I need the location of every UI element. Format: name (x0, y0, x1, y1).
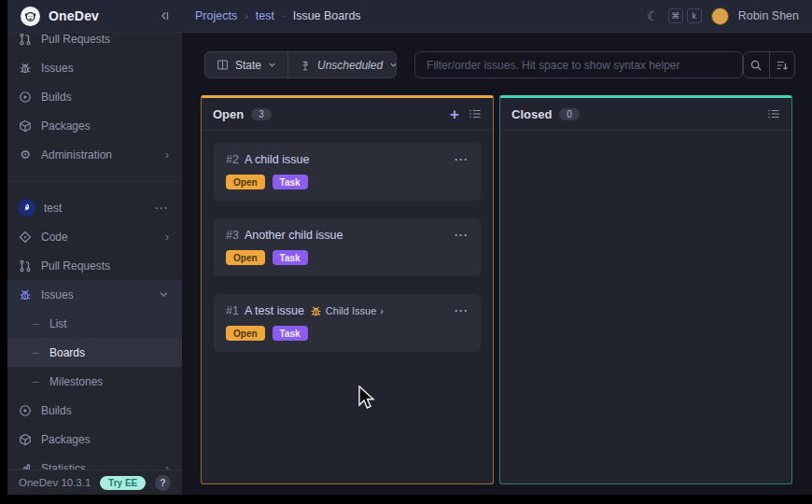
sidebar-item-issues-list[interactable]: – List (7, 309, 182, 338)
package-cube-icon (18, 433, 33, 446)
milestone-dropdown[interactable]: Unscheduled (287, 52, 397, 77)
gear-icon: ⚙ (18, 147, 33, 161)
help-icon[interactable]: ? (155, 475, 171, 491)
issue-title-link[interactable]: Another child issue (245, 229, 343, 242)
issue-card[interactable]: #2 A child issue ··· Open Task (214, 143, 481, 201)
query-actions-group (743, 51, 795, 78)
issue-card[interactable]: #3 Another child issue ··· Open Task (214, 218, 481, 276)
board-state-label: State (235, 59, 261, 72)
type-badge: Task (273, 326, 308, 341)
topbar-right: ☾ ⌘ k Robin Shen (647, 7, 812, 25)
breadcrumb-current-page: Issue Boards (293, 9, 361, 22)
board-state-dropdown[interactable]: State (205, 52, 287, 77)
sub-item-dash: – (30, 346, 41, 359)
sidebar-collapse-icon[interactable] (158, 9, 171, 22)
user-name[interactable]: Robin Shen (738, 9, 799, 22)
card-menu-icon[interactable]: ··· (455, 304, 469, 317)
chevron-right-icon: › (165, 147, 169, 161)
version-text: OneDev 10.3.1 (19, 477, 91, 488)
sidebar-item-label: Issues (41, 62, 74, 75)
column-list-icon[interactable] (469, 107, 482, 120)
sidebar-item-label: Builds (41, 91, 72, 104)
sidebar-item-issues-milestones[interactable]: – Milestones (7, 367, 182, 396)
sidebar-item-code[interactable]: Code › (7, 222, 182, 251)
chevron-right-icon: › (380, 305, 384, 316)
column-cards (500, 131, 791, 155)
sidebar-item-label: Boards (49, 346, 85, 359)
sidebar-item-builds[interactable]: Builds (7, 82, 182, 111)
search-icon[interactable] (744, 52, 769, 77)
pull-request-icon (18, 259, 33, 273)
column-list-icon[interactable] (767, 107, 780, 120)
sidebar-item-label: Packages (41, 119, 91, 133)
breadcrumb-project-link[interactable]: test (256, 9, 274, 22)
card-menu-icon[interactable]: ··· (455, 153, 469, 166)
user-avatar[interactable] (711, 7, 729, 25)
child-issue-link[interactable]: Child Issue › (310, 305, 384, 317)
state-badge: Open (226, 250, 265, 265)
try-ee-badge[interactable]: Try EE (100, 476, 146, 490)
type-badge: Task (273, 250, 308, 265)
board-selector-group: State Unscheduled (204, 51, 397, 78)
column-actions (767, 107, 780, 120)
sidebar-item-administration[interactable]: ⚙ Administration › (7, 140, 182, 169)
board-columns-icon (217, 59, 229, 71)
bug-icon (18, 288, 33, 301)
chevron-right-icon: › (165, 230, 169, 244)
project-name: test (44, 202, 62, 215)
sidebar-item-project-builds[interactable]: Builds (7, 396, 182, 425)
bug-icon (310, 305, 322, 317)
sidebar-item-label: Builds (41, 404, 72, 417)
kbd-cmd: ⌘ (668, 8, 683, 23)
sidebar-item-packages[interactable]: Packages (7, 111, 182, 140)
card-labels: Open Task (226, 250, 469, 265)
filter-issues-input[interactable] (414, 51, 743, 78)
topbar: OneDev Projects › test · Issue Boards ☾ … (7, 0, 812, 33)
issue-number: #2 (226, 153, 239, 166)
sidebar-item-issues-boards[interactable]: – Boards (7, 338, 182, 367)
dark-mode-toggle-icon[interactable]: ☾ (647, 8, 659, 23)
column-title: Closed (511, 107, 552, 121)
brand-area: OneDev (7, 7, 182, 26)
column-title: Open (213, 107, 244, 121)
sidebar-divider (7, 169, 182, 193)
sidebar-project-test[interactable]: test ··· (7, 193, 182, 222)
issue-title-link[interactable]: A child issue (245, 153, 309, 166)
add-issue-icon[interactable]: + (450, 106, 459, 122)
issue-title-link[interactable]: A test issue (245, 304, 304, 317)
sidebar-item-project-issues[interactable]: Issues (7, 280, 182, 309)
sidebar-item-pull-requests[interactable]: Pull Requests (7, 33, 182, 53)
breadcrumb-separator: · (282, 10, 286, 21)
sidebar-item-project-packages[interactable]: Packages (7, 425, 182, 454)
project-avatar-rocket-icon (18, 199, 35, 217)
sidebar-item-label: Packages (41, 433, 91, 446)
card-header: #2 A child issue ··· (226, 153, 469, 166)
column-actions: + (450, 106, 482, 122)
main-content: State Unscheduled (182, 33, 812, 495)
issue-card[interactable]: #1 A test issue (214, 294, 481, 352)
state-badge: Open (226, 326, 265, 341)
sidebar-item-label: Issues (41, 288, 74, 301)
sidebar-footer: OneDev 10.3.1 Try EE ? (7, 469, 182, 495)
sort-order-icon[interactable] (769, 52, 794, 77)
board-column-closed: Closed 0 (499, 95, 792, 484)
column-count-badge: 3 (251, 108, 272, 120)
code-icon (18, 231, 33, 244)
pull-request-icon (18, 33, 33, 46)
sub-item-dash: – (30, 317, 41, 330)
brand-name[interactable]: OneDev (49, 8, 99, 23)
type-badge: Task (273, 175, 308, 189)
sidebar-item-issues[interactable]: Issues (7, 53, 182, 82)
screen: OneDev Projects › test · Issue Boards ☾ … (0, 0, 812, 504)
card-menu-icon[interactable]: ··· (455, 229, 469, 242)
chevron-down-icon (159, 289, 169, 300)
command-palette-shortcut[interactable]: ⌘ k (668, 8, 702, 23)
onedev-logo-icon[interactable] (21, 7, 40, 26)
issue-number: #1 (226, 304, 239, 317)
breadcrumb-projects-link[interactable]: Projects (195, 9, 237, 22)
project-more-icon[interactable]: ··· (155, 202, 169, 215)
app-body: Pull Requests Issues (7, 33, 812, 495)
chevron-down-icon (268, 61, 276, 69)
sidebar-item-project-pull-requests[interactable]: Pull Requests (7, 251, 182, 280)
sidebar: Pull Requests Issues (7, 33, 182, 495)
